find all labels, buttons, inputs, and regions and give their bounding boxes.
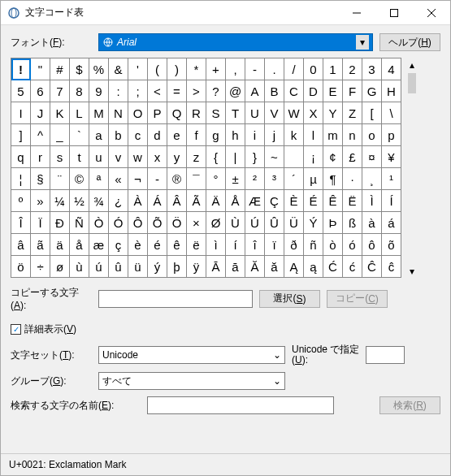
char-cell[interactable]: z <box>187 146 206 168</box>
char-cell[interactable]: Ò <box>89 212 109 234</box>
char-cell[interactable]: 1 <box>323 58 343 80</box>
char-cell[interactable]: % <box>89 58 109 80</box>
char-cell[interactable]: » <box>31 190 50 212</box>
char-cell[interactable]: ¢ <box>323 146 343 168</box>
char-cell[interactable]: Ć <box>323 256 343 278</box>
char-cell[interactable]: $ <box>70 58 89 80</box>
char-cell[interactable]: ¿ <box>109 190 128 212</box>
char-cell[interactable]: Í <box>382 190 401 212</box>
char-cell[interactable]: 8 <box>70 80 89 102</box>
char-cell[interactable]: S <box>206 102 226 124</box>
char-cell[interactable]: N <box>109 102 128 124</box>
char-cell[interactable]: º <box>11 190 31 212</box>
char-cell[interactable]: ç <box>109 234 128 256</box>
char-cell[interactable]: ý <box>148 256 167 278</box>
char-cell[interactable]: ò <box>323 234 343 256</box>
char-cell[interactable]: X <box>304 102 323 124</box>
char-cell[interactable]: Á <box>148 190 167 212</box>
char-cell[interactable]: É <box>304 190 323 212</box>
char-cell[interactable]: F <box>343 80 362 102</box>
char-cell[interactable]: ¤ <box>362 146 382 168</box>
char-cell[interactable]: Q <box>167 102 187 124</box>
char-cell[interactable]: t <box>70 146 89 168</box>
char-cell[interactable]: [ <box>362 102 382 124</box>
char-cell[interactable]: W <box>284 102 304 124</box>
char-cell[interactable]: ð <box>284 234 304 256</box>
char-cell[interactable]: ï <box>265 234 284 256</box>
char-cell[interactable]: ¥ <box>382 146 401 168</box>
char-cell[interactable]: ÷ <box>31 256 50 278</box>
char-cell[interactable]: # <box>50 58 70 80</box>
char-cell[interactable]: & <box>109 58 128 80</box>
char-cell[interactable]: Ó <box>109 212 128 234</box>
char-cell[interactable]: 4 <box>382 58 401 80</box>
char-cell[interactable]: í <box>226 234 245 256</box>
char-cell[interactable]: Ï <box>31 212 50 234</box>
char-cell[interactable]: ¡ <box>304 146 323 168</box>
char-cell[interactable]: 6 <box>31 80 50 102</box>
char-cell[interactable]: b <box>109 124 128 146</box>
char-cell[interactable]: / <box>284 58 304 80</box>
char-cell[interactable]: Ã <box>187 190 206 212</box>
char-cell[interactable]: 7 <box>50 80 70 102</box>
charset-select[interactable]: Unicode⌄ <box>98 346 285 364</box>
char-cell[interactable]: Ë <box>343 190 362 212</box>
char-cell[interactable]: C <box>284 80 304 102</box>
char-cell[interactable]: - <box>245 58 265 80</box>
char-cell[interactable]: U <box>245 102 265 124</box>
scroll-down-icon[interactable]: ▾ <box>405 264 418 278</box>
char-cell[interactable]: Ý <box>304 212 323 234</box>
char-cell[interactable]: å <box>70 234 89 256</box>
char-cell[interactable]: ` <box>70 124 89 146</box>
char-cell[interactable]: § <box>31 168 50 190</box>
char-cell[interactable]: u <box>89 146 109 168</box>
char-cell[interactable]: þ <box>167 256 187 278</box>
char-cell[interactable]: ö <box>11 256 31 278</box>
char-cell[interactable]: é <box>148 234 167 256</box>
char-cell[interactable]: O <box>128 102 148 124</box>
char-cell[interactable]: 5 <box>11 80 31 102</box>
scroll-up-icon[interactable]: ▴ <box>405 58 418 71</box>
select-button[interactable]: 選択(S) <box>259 290 320 308</box>
char-cell[interactable]: M <box>89 102 109 124</box>
char-cell[interactable]: V <box>265 102 284 124</box>
char-cell[interactable]: - <box>148 168 167 190</box>
char-cell[interactable]: ¦ <box>11 168 31 190</box>
char-cell[interactable]: ô <box>362 234 382 256</box>
scrollbar[interactable]: ▴ ▾ <box>405 58 418 278</box>
char-cell[interactable]: ã <box>31 234 50 256</box>
char-cell[interactable]: i <box>245 124 265 146</box>
char-cell[interactable]: Y <box>323 102 343 124</box>
search-button[interactable]: 検索(R) <box>379 396 440 414</box>
char-cell[interactable]: y <box>167 146 187 168</box>
char-cell[interactable]: ª <box>89 168 109 190</box>
char-cell[interactable]: ñ <box>304 234 323 256</box>
char-cell[interactable]: ~ <box>265 146 284 168</box>
char-cell[interactable]: ê <box>167 234 187 256</box>
char-cell[interactable]: Ö <box>167 212 187 234</box>
char-cell[interactable]: ă <box>265 256 284 278</box>
char-cell[interactable]: Î <box>11 212 31 234</box>
char-cell[interactable]: + <box>206 58 226 80</box>
char-cell[interactable]: Ç <box>265 190 284 212</box>
char-cell[interactable]: j <box>265 124 284 146</box>
char-cell[interactable]: ë <box>187 234 206 256</box>
char-cell[interactable]: Þ <box>323 212 343 234</box>
char-cell[interactable]: R <box>187 102 206 124</box>
char-cell[interactable]: : <box>109 80 128 102</box>
char-cell[interactable]: Ĉ <box>362 256 382 278</box>
char-cell[interactable]: ^ <box>31 124 50 146</box>
char-cell[interactable]: á <box>382 212 401 234</box>
char-cell[interactable]: ì <box>206 234 226 256</box>
char-cell[interactable]: E <box>323 80 343 102</box>
group-select[interactable]: すべて⌄ <box>98 372 285 390</box>
char-cell[interactable]: µ <box>304 168 323 190</box>
char-cell[interactable]: = <box>167 80 187 102</box>
char-cell[interactable]: ć <box>343 256 362 278</box>
char-cell[interactable]: à <box>362 212 382 234</box>
char-cell[interactable]: > <box>187 80 206 102</box>
char-cell[interactable]: ° <box>206 168 226 190</box>
char-cell[interactable]: ½ <box>70 190 89 212</box>
char-cell[interactable]: î <box>245 234 265 256</box>
char-cell[interactable]: è <box>128 234 148 256</box>
